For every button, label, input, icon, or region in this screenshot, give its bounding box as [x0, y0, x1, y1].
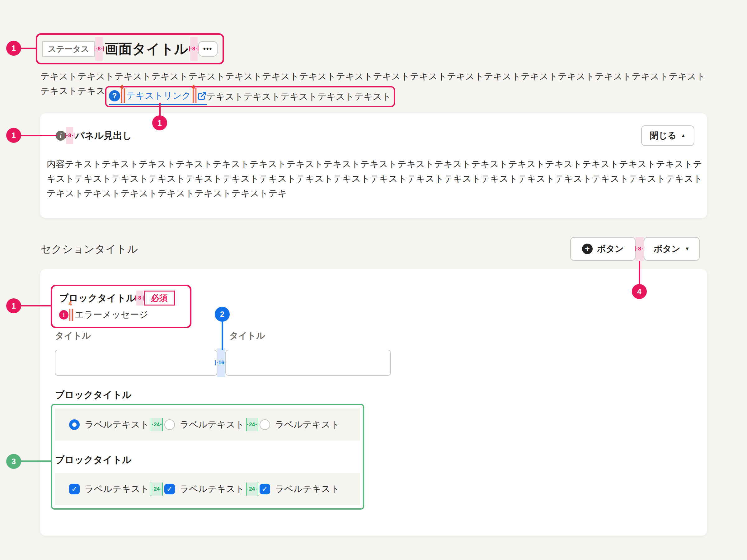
- add-button-label: ボタン: [597, 243, 624, 255]
- intro-text-after: テキストテキストテキストテキストテキスト: [207, 89, 391, 104]
- form-card: ブロックタイトル 8 必須 ! 4 エラーメッセージ タイトル タイトル 16 …: [40, 269, 707, 536]
- close-button-label: 閉じる: [650, 130, 676, 141]
- block-title-annotation-box: ブロックタイトル 8 必須 ! 4 エラーメッセージ: [51, 285, 191, 328]
- text-link-annotation-box: ?4テキストリンク4テキストテキストテキストテキストテキスト: [105, 86, 395, 107]
- intro-paragraph: テキストテキストテキストテキストテキストテキストテキストテキストテキストテキスト…: [41, 69, 707, 107]
- radio-option: ラベルテキスト: [260, 419, 340, 431]
- chevron-up-icon: ▲: [681, 133, 686, 138]
- annotation-badge-block: 1: [6, 298, 21, 313]
- spacing-24-marker: 24: [246, 418, 258, 431]
- spacing-24-marker: 24: [151, 418, 163, 431]
- plus-icon: +: [582, 244, 593, 254]
- chevron-down-icon: ▼: [685, 246, 690, 251]
- section-title: セクションタイトル: [41, 242, 138, 256]
- more-button[interactable]: •••: [198, 41, 217, 57]
- checkbox-option: ✓ ラベルテキスト: [164, 483, 244, 495]
- annotation-badge-fields: 2: [215, 307, 230, 322]
- annotation-badge-panel: 1: [6, 128, 21, 143]
- spacing-24-marker: 24: [246, 483, 258, 496]
- checkbox-checked[interactable]: ✓: [69, 484, 80, 495]
- panel: i 8 パネル見出し 閉じる ▲ 内容テキストテキストテキストテキストテキストテ…: [40, 113, 707, 218]
- error-message: エラーメッセージ: [74, 309, 148, 321]
- spacing-8-marker: 8: [190, 37, 198, 61]
- spacing-24-marker: 24: [151, 483, 163, 496]
- radio-option: ラベルテキスト: [69, 419, 149, 431]
- page-header-annotation-box: ステータス 8 画面タイトル 8 •••: [36, 33, 224, 64]
- spacing-8-marker: 8: [136, 291, 143, 305]
- connector-line: [159, 103, 161, 116]
- spacing-4-marker: 4: [192, 88, 197, 103]
- page-title: 画面タイトル: [103, 40, 189, 58]
- checkbox-option: ✓ ラベルテキスト: [260, 483, 340, 495]
- spacing-4-marker: 4: [121, 88, 125, 103]
- spacing-8-marker: 8: [95, 37, 103, 61]
- radio-unselected[interactable]: [260, 419, 270, 430]
- spacing-4-marker: 4: [69, 309, 74, 321]
- dropdown-button[interactable]: ボタン ▼: [644, 237, 700, 261]
- radio-row: ラベルテキスト 24 ラベルテキスト 24 ラベルテキスト: [55, 408, 360, 441]
- radio-group-title: ブロックタイトル: [55, 389, 132, 401]
- radio-option: ラベルテキスト: [164, 419, 244, 431]
- checkbox-row: ✓ ラベルテキスト 24 ✓ ラベルテキスト 24 ✓ ラベルテキスト: [55, 473, 360, 505]
- annotation-badge-buttons: 4: [632, 284, 647, 299]
- field-label: タイトル: [55, 330, 91, 342]
- annotation-badge-groups: 3: [6, 454, 21, 469]
- close-button[interactable]: 閉じる ▲: [641, 125, 694, 146]
- connector-line: [639, 261, 640, 285]
- title-input-2[interactable]: [225, 350, 391, 376]
- spacing-8-marker: 8: [636, 237, 644, 261]
- radio-selected[interactable]: [69, 419, 80, 430]
- required-badge: 必須: [144, 291, 175, 305]
- field-label: タイトル: [229, 330, 265, 342]
- dropdown-button-label: ボタン: [654, 243, 680, 255]
- status-tag: ステータス: [42, 42, 95, 57]
- connector-line: [222, 320, 223, 350]
- spacing-16-marker: 16: [217, 348, 225, 377]
- design-spec-canvas: 1 ステータス 8 画面タイトル 8 ••• テキストテキストテキストテキストテ…: [0, 0, 747, 560]
- error-icon: !: [59, 310, 69, 320]
- checkbox-option: ✓ ラベルテキスト: [69, 483, 149, 495]
- checkbox-group-title: ブロックタイトル: [55, 454, 132, 466]
- annotation-badge-link: 1: [152, 115, 167, 130]
- text-link[interactable]: テキストリンク: [126, 88, 192, 103]
- panel-header: i 8 パネル見出し: [56, 125, 132, 146]
- radio-unselected[interactable]: [164, 419, 175, 430]
- annotation-badge-header: 1: [6, 41, 21, 56]
- external-link-icon: [197, 91, 207, 101]
- title-input-1[interactable]: [55, 350, 217, 376]
- checkbox-checked[interactable]: ✓: [260, 484, 270, 495]
- add-button[interactable]: + ボタン: [570, 237, 636, 261]
- panel-content: 内容テキストテキストテキストテキストテキストテキストテキストテキストテキストテキ…: [47, 157, 703, 201]
- help-icon[interactable]: ?: [109, 90, 120, 101]
- panel-heading: パネル見出し: [74, 129, 132, 142]
- spacing-8-marker: 8: [66, 127, 73, 144]
- checkbox-checked[interactable]: ✓: [164, 484, 175, 495]
